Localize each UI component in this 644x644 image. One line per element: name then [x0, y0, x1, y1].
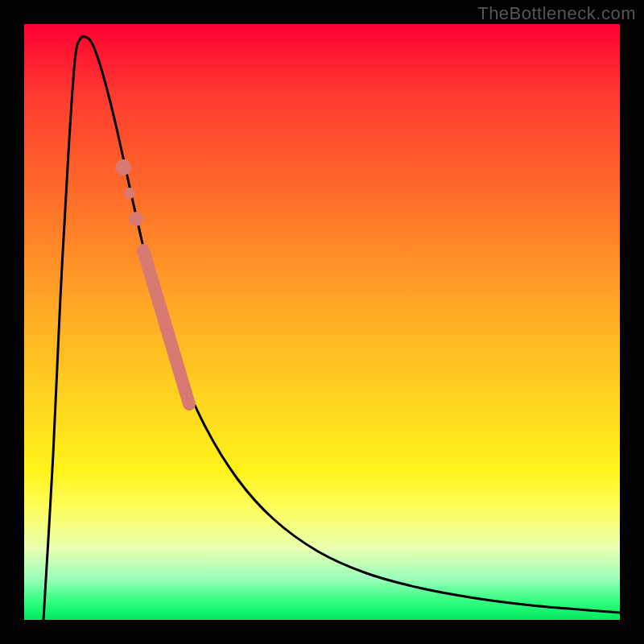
- plot-area: [24, 24, 620, 620]
- highlight-dot: [124, 188, 135, 199]
- bottleneck-curve: [43, 36, 620, 620]
- chart-frame: TheBottleneck.com: [0, 0, 644, 644]
- highlight-markers: [115, 159, 189, 404]
- highlight-dot: [129, 212, 143, 226]
- highlight-segment: [143, 250, 189, 404]
- highlight-dot: [115, 159, 131, 175]
- curve-layer: [24, 24, 620, 620]
- watermark-text: TheBottleneck.com: [477, 3, 636, 24]
